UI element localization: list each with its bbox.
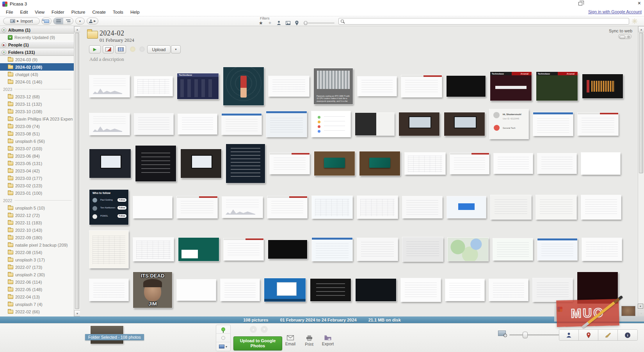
scroll-up-icon[interactable]: ▲ (638, 26, 644, 32)
slideshow-play-button[interactable]: ▶ (89, 45, 101, 53)
photo-thumbnail[interactable] (444, 112, 485, 136)
photo-thumbnail[interactable] (536, 195, 576, 219)
photo-thumbnail[interactable] (264, 278, 306, 302)
photo-thumbnail[interactable] (489, 279, 528, 301)
sidebar-folder-2022-05-148-[interactable]: 2022-05 (148) (0, 286, 74, 293)
upload-dropdown-button[interactable]: ▼ (171, 45, 181, 53)
print-button[interactable]: Print (301, 335, 318, 347)
photo-thumbnail[interactable] (402, 237, 443, 261)
photo-thumbnail[interactable] (267, 196, 307, 218)
photo-thumbnail[interactable] (226, 144, 265, 183)
show-properties-button[interactable]: i (618, 330, 637, 340)
tray-down-icon[interactable]: ▼ (261, 326, 268, 333)
sidebar-folder-unsplash-5-10-[interactable]: unsplash 5 (10) (0, 204, 74, 212)
photo-thumbnail[interactable] (266, 111, 307, 137)
sidebar-scrollbar[interactable]: ▲ ▼ (74, 26, 80, 316)
photo-thumbnail[interactable] (401, 75, 442, 97)
menu-edit[interactable]: Edit (17, 9, 32, 16)
sidebar-folder-2022-09-180-[interactable]: 2022-09 (180) (0, 234, 74, 241)
photo-thumbnail[interactable] (310, 279, 351, 301)
photo-thumbnail[interactable] (224, 238, 263, 260)
sidebar-folder-natalie-pixel-2-backup-209-[interactable]: natalie pixel 2 backup (209) (0, 241, 74, 249)
scrollbar-thumb[interactable] (639, 33, 643, 173)
sidebar-folder-2022-06-114-[interactable]: 2022-06 (114) (0, 278, 74, 286)
photo-thumbnail[interactable] (89, 279, 128, 301)
sidebar-folder-unsplash-3-17-[interactable]: unsplash 3 (17) (0, 256, 74, 263)
photo-thumbnail[interactable] (177, 196, 217, 218)
sidebar-folder-unsplash-6-56-[interactable]: unsplash 6 (56) (0, 137, 74, 145)
photo-thumbnail[interactable] (177, 279, 216, 300)
sidebar-folder-2023-02-123-[interactable]: 2023-02 (123) (0, 182, 74, 189)
sidebar-folder-2023-11-132-[interactable]: 2023-11 (132) (0, 100, 74, 108)
sidebar-folder-2023-12-68-[interactable]: 2023-12 (68) (0, 93, 74, 100)
tree-section-folders[interactable]: ▼Folders (131) (0, 48, 74, 56)
sidebar-folder-2022-07-173-[interactable]: 2022-07 (173) (0, 263, 74, 271)
sidebar-folder-2022-04-13-[interactable]: 2022-04 (13) (0, 293, 74, 300)
photo-thumbnail[interactable] (537, 238, 577, 260)
sidebar-folder-2022-08-154-[interactable]: 2022-08 (154) (0, 249, 74, 256)
sidebar-folder-gavin-phillips-ifa-2023-expen[interactable]: Gavin Phillips IFA 2023 Expen (0, 115, 74, 123)
photo-thumbnail[interactable] (533, 112, 573, 136)
photo-thumbnail[interactable]: TechnobezzArsenal (536, 72, 578, 101)
sidebar-folder-recently-updated-9-[interactable]: ✶Recently Updated (9) (0, 34, 74, 41)
scroll-down-icon[interactable]: ▼ (74, 310, 80, 316)
collapse-icon[interactable]: ▼ (2, 50, 6, 55)
photo-thumbnail[interactable] (134, 76, 173, 96)
sidebar-folder-2022-12-72-[interactable]: 2022-12 (72) (0, 212, 74, 219)
photo-thumbnail[interactable] (450, 153, 489, 174)
photo-thumbnail[interactable] (494, 153, 533, 174)
upload-button[interactable]: Upload (147, 45, 171, 53)
expand-icon[interactable]: ▶ (2, 43, 6, 47)
photo-thumbnail[interactable] (221, 279, 260, 301)
sidebar-folder-chatgpt-43-[interactable]: chatgpt (43) (0, 71, 74, 78)
photo-thumbnail[interactable] (448, 238, 488, 261)
photo-thumbnail[interactable] (533, 278, 573, 302)
sidebar-folder-unsplash-7-4-[interactable]: unsplash 7 (4) (0, 300, 74, 308)
photo-thumbnail[interactable] (312, 238, 352, 261)
photo-thumbnail[interactable] (269, 76, 309, 96)
photo-thumbnail[interactable] (356, 279, 396, 301)
photo-thumbnail[interactable] (222, 197, 263, 218)
photo-thumbnail[interactable] (134, 114, 173, 135)
photo-thumbnail[interactable] (357, 238, 398, 261)
photo-thumbnail[interactable] (445, 279, 484, 301)
photo-thumbnail[interactable] (399, 112, 439, 136)
import-button[interactable]: ▶ Import (3, 18, 40, 25)
photo-thumbnail[interactable] (181, 149, 221, 178)
close-window-icon[interactable]: × (638, 0, 641, 6)
sort-dropdown-button[interactable]: ▼ (75, 18, 85, 25)
photo-thumbnail[interactable] (491, 195, 531, 219)
restore-window-icon[interactable] (578, 2, 582, 5)
photo-thumbnail[interactable] (358, 76, 397, 96)
photo-thumbnail[interactable] (537, 153, 576, 174)
photo-thumbnail[interactable]: Passively cooling an RTX 3080 Ti with 10… (314, 68, 353, 104)
photo-thumbnail[interactable]: Who to followPaul GoldingTom KarkkonenPG… (89, 190, 128, 225)
sidebar-folder-2024-02-108-[interactable]: 2024-02 (108) (0, 63, 74, 71)
tray-photo-dropdown[interactable]: ▼ (216, 342, 230, 351)
sidebar-folder-unsplash-2-30-[interactable]: unsplash 2 (30) (0, 271, 74, 278)
add-folder-button[interactable] (41, 18, 52, 25)
scroll-up-icon[interactable]: ▲ (74, 26, 80, 32)
sidebar-folder-2022-10-143-[interactable]: 2022-10 (143) (0, 226, 74, 234)
photo-thumbnail[interactable] (578, 113, 618, 135)
photo-thumbnail[interactable] (582, 74, 623, 98)
photo-thumbnail[interactable] (270, 153, 310, 174)
collapse-icon[interactable]: ▼ (2, 28, 6, 32)
photo-thumbnail[interactable] (222, 114, 262, 135)
export-button[interactable]: Export (319, 335, 336, 346)
photo-thumbnail[interactable] (405, 153, 445, 174)
photo-thumbnail[interactable]: Technobezz (177, 73, 219, 99)
filter-geotagged-icon[interactable] (294, 20, 299, 25)
photo-thumbnail[interactable]: Hi, Shutterstock!User ID: 42123445Genera… (489, 109, 528, 139)
tree-section-albums[interactable]: ▼Albums (1) (0, 26, 74, 34)
photo-thumbnail[interactable] (447, 196, 486, 218)
photo-thumbnail[interactable] (89, 113, 130, 135)
filter-uploaded-icon[interactable]: ✦ (267, 20, 272, 25)
menu-view[interactable]: View (31, 9, 48, 16)
sidebar-folder-2024-01-146-[interactable]: 2024-01 (146) (0, 78, 74, 85)
show-tags-button[interactable] (598, 330, 618, 340)
photo-thumbnail[interactable] (355, 113, 394, 135)
photo-thumbnail[interactable] (223, 67, 264, 105)
add-description-field[interactable]: Add a description (89, 57, 124, 62)
menu-tools[interactable]: Tools (109, 9, 127, 16)
